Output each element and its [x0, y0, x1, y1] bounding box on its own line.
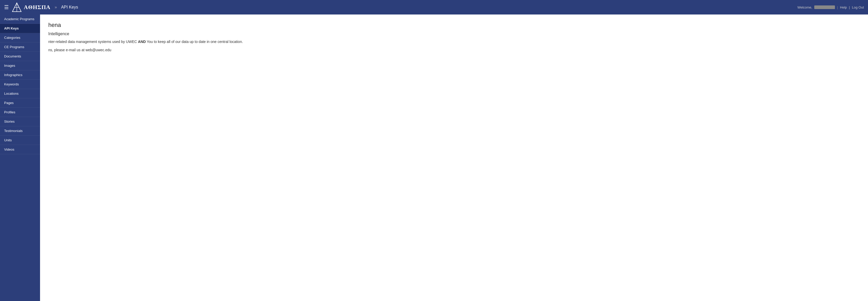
sidebar-item-videos[interactable]: Videos	[0, 145, 40, 154]
sidebar-item-units[interactable]: Units	[0, 136, 40, 145]
sidebar-item-keywords[interactable]: Keywords	[0, 80, 40, 89]
sidebar-item-documents[interactable]: Documents	[0, 52, 40, 61]
layout: Academic ProgramsAPI KeysCategoriesCE Pr…	[0, 15, 868, 301]
header-divider2: |	[849, 5, 850, 9]
desc-bold: AND	[138, 39, 146, 44]
hamburger-icon[interactable]: ☰	[4, 5, 9, 10]
sidebar-item-ce-programs[interactable]: CE Programs	[0, 43, 40, 52]
sidebar-item-academic-programs[interactable]: Academic Programs	[0, 15, 40, 24]
sidebar-item-locations[interactable]: Locations	[0, 89, 40, 98]
desc-before: nter-related data management systems use…	[48, 39, 138, 44]
breadcrumb-separator: »	[55, 5, 57, 9]
main-content: hena Intelligence nter-related data mana…	[40, 15, 868, 301]
welcome-text: Welcome,	[798, 5, 812, 9]
logout-link[interactable]: Log Out	[852, 5, 864, 9]
page-title: hena	[48, 22, 860, 28]
sidebar-item-categories[interactable]: Categories	[0, 33, 40, 43]
page-contact: ns, please e-mail us at web@uwec.edu	[48, 47, 860, 53]
header-divider: |	[837, 5, 838, 9]
sidebar-item-images[interactable]: Images	[0, 61, 40, 71]
header-left: ☰ AΘΗΣΠA » API Keys	[4, 2, 78, 12]
sidebar-item-pages[interactable]: Pages	[0, 98, 40, 108]
logo-icon	[12, 2, 22, 12]
sidebar-item-api-keys[interactable]: API Keys	[0, 24, 40, 33]
sidebar-item-infographics[interactable]: Infographics	[0, 71, 40, 80]
header-right: Welcome, | Help | Log Out	[798, 5, 864, 9]
help-link[interactable]: Help	[840, 5, 847, 9]
sidebar-item-profiles[interactable]: Profiles	[0, 108, 40, 117]
username	[814, 5, 835, 9]
logo-area: AΘΗΣΠA	[12, 2, 51, 12]
logo-text: AΘΗΣΠA	[24, 4, 51, 10]
header: ☰ AΘΗΣΠA » API Keys Welcome, | Help | Lo…	[0, 0, 868, 15]
sidebar-item-stories[interactable]: Stories	[0, 117, 40, 126]
desc-after: You to keep all of our data up to date i…	[146, 39, 243, 44]
sidebar-item-testimonials[interactable]: Testimonials	[0, 126, 40, 136]
sidebar: Academic ProgramsAPI KeysCategoriesCE Pr…	[0, 15, 40, 301]
page-description: nter-related data management systems use…	[48, 39, 860, 45]
page-subtitle: Intelligence	[48, 32, 860, 36]
breadcrumb-page: API Keys	[61, 5, 78, 9]
